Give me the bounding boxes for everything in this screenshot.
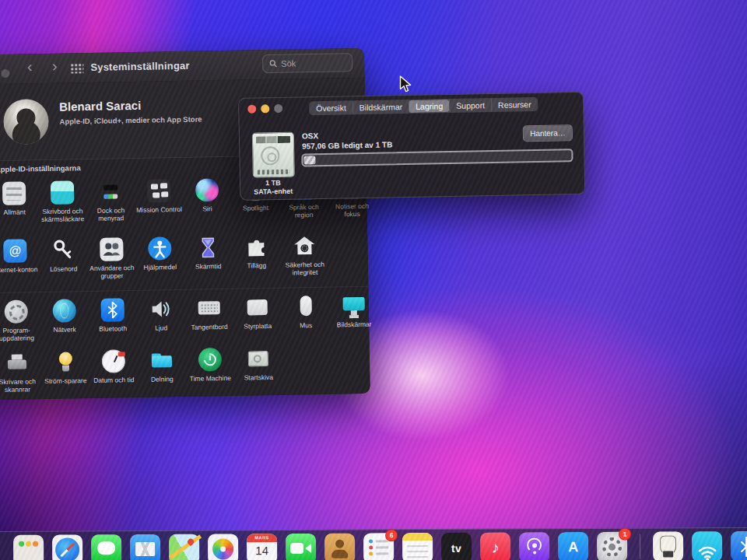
show-all-grid-icon[interactable] xyxy=(70,63,83,73)
pref-item-ljud[interactable]: Ljud xyxy=(136,297,185,340)
pref-item-tangentbord[interactable]: Tangentbord xyxy=(184,296,233,339)
pref-item-hjalpmedel[interactable]: Hjälpmedel xyxy=(135,236,184,279)
printers-scanners-icon xyxy=(5,351,30,375)
pref-item-losenord[interactable]: Lösenord xyxy=(39,238,88,281)
wifi-utility-icon[interactable] xyxy=(692,531,722,560)
software-update-icon xyxy=(5,299,29,324)
pref-item-bluetooth[interactable]: Bluetooth xyxy=(88,298,137,341)
music-icon[interactable]: ♪ xyxy=(480,533,510,560)
pref-item-tillagg[interactable]: Tillägg xyxy=(232,235,281,278)
safari-icon[interactable] xyxy=(52,534,82,560)
pref-label: Hjälpmedel xyxy=(136,263,184,271)
pref-item-mus[interactable]: Mus xyxy=(281,295,330,338)
pref-label: Nätverk xyxy=(40,325,89,334)
mail-icon[interactable] xyxy=(130,534,160,560)
pref-item-allmant[interactable]: Allmänt xyxy=(0,181,39,224)
dock-divider xyxy=(640,534,640,559)
forward-button[interactable]: › xyxy=(47,58,62,75)
pref-item-anvandare[interactable]: Användare och grupper xyxy=(87,237,136,280)
pref-item-skrivare[interactable]: Skrivare och skannrar xyxy=(0,351,42,394)
internet-accounts-icon: @ xyxy=(3,239,27,263)
pref-item-time-machine[interactable]: Time Machine xyxy=(186,348,235,390)
storage-used-segment xyxy=(303,156,315,164)
about-mac-storage-dialog: Översikt Bildskärmar Lagring Support Res… xyxy=(238,92,585,201)
update-notice: Uppdatera Apple-ID-inställningarna xyxy=(0,163,81,174)
hardware-utility-icon[interactable] xyxy=(653,531,683,560)
dock-menubar-icon xyxy=(99,180,123,204)
back-button[interactable]: ‹ xyxy=(22,58,37,75)
notes-icon[interactable] xyxy=(402,533,433,560)
calendar-icon[interactable]: MARS 14 xyxy=(247,534,277,560)
extensions-puzzle-icon xyxy=(244,235,268,259)
apple-tv-icon[interactable]: tv xyxy=(441,533,472,560)
podcasts-icon[interactable] xyxy=(519,532,549,560)
messages-icon[interactable] xyxy=(91,534,121,560)
window-title: Systeminställningar xyxy=(90,60,190,73)
facetime-icon[interactable] xyxy=(286,534,316,560)
tab-oversikt[interactable]: Översikt xyxy=(310,101,352,114)
close-icon[interactable] xyxy=(247,105,256,114)
pref-label: Ljud xyxy=(137,324,185,332)
reminders-icon[interactable]: 6 xyxy=(363,533,394,560)
pref-label: Lösenord xyxy=(40,264,88,273)
pref-label: Dock och menyrad xyxy=(86,206,135,222)
pref-label: Siri xyxy=(183,205,231,213)
contacts-icon[interactable] xyxy=(324,534,355,560)
pref-item-skarmtid[interactable]: Skärmtid xyxy=(184,236,233,278)
pref-item-startskiva[interactable]: Startskiva xyxy=(234,347,283,390)
pref-label: Skrivare och skannrar xyxy=(0,377,42,394)
search-input[interactable]: Sök xyxy=(262,53,352,73)
bluetooth-utility-icon[interactable] xyxy=(731,531,747,560)
pref-item-skrivbord[interactable]: Skrivbord och skärmsläckare xyxy=(38,180,87,223)
photos-icon[interactable] xyxy=(208,534,238,560)
pref-item-natverk[interactable]: Nätverk xyxy=(40,299,89,341)
pref-item-programuppdatering[interactable]: Program-uppdatering xyxy=(0,299,40,342)
pref-label: Bluetooth xyxy=(89,324,137,333)
window-controls xyxy=(247,104,282,114)
pref-label: Styrplatta xyxy=(233,322,282,331)
maps-icon[interactable] xyxy=(169,534,199,560)
pref-label: Ström-sparare xyxy=(41,376,89,385)
pref-label: Bildskärmar xyxy=(330,320,378,329)
pref-item-internet-konton[interactable]: @ Internet-konton xyxy=(0,239,40,282)
app-window-icon[interactable] xyxy=(13,535,44,560)
pref-item-styrplatta[interactable]: Styrplatta xyxy=(233,296,282,338)
bluetooth-icon xyxy=(100,298,124,322)
date-time-clock-icon xyxy=(102,349,126,373)
tab-support[interactable]: Support xyxy=(449,99,491,112)
zoom-icon[interactable] xyxy=(274,104,282,113)
general-icon xyxy=(2,181,26,205)
pref-item-bildskarmar[interactable]: Bildskärmar xyxy=(329,294,378,337)
manage-button[interactable]: Hantera… xyxy=(523,124,573,142)
pref-item-sakerhet[interactable]: Säkerhet och integritet xyxy=(280,234,329,277)
pref-item-siri[interactable]: Siri xyxy=(183,178,232,221)
keyboard-icon xyxy=(197,296,221,320)
tab-lagring[interactable]: Lagring xyxy=(409,100,449,113)
free-space-label: 957,06 GB ledigt av 1 TB xyxy=(302,140,392,150)
desktop: { "system_preferences": { "title": "Syst… xyxy=(0,0,747,560)
pref-label: Språk och region xyxy=(279,203,328,219)
dock: MARS 14 6 tv ♪ A 1 xyxy=(0,527,747,560)
minimize-icon[interactable] xyxy=(261,104,269,113)
pref-label: Program-uppdatering xyxy=(0,326,40,342)
hard-drive-icon xyxy=(252,132,295,178)
pref-item-datum-tid[interactable]: Datum och tid xyxy=(89,349,139,392)
divider xyxy=(0,286,368,294)
tab-bildskarmar[interactable]: Bildskärmar xyxy=(352,100,409,114)
pref-item-mission-control[interactable]: Mission Control xyxy=(135,179,184,222)
system-preferences-dock-icon[interactable]: 1 xyxy=(597,532,627,560)
pref-label: Internet-konton xyxy=(0,265,40,274)
tab-resurser[interactable]: Resurser xyxy=(491,98,538,111)
pref-item-delning[interactable]: Delning xyxy=(138,348,187,391)
pref-label: Notiser och fokus xyxy=(328,202,376,219)
startup-disk-icon xyxy=(247,347,271,371)
accessibility-icon xyxy=(148,236,172,261)
pref-item-dock-menyrad[interactable]: Dock och menyrad xyxy=(86,180,135,222)
pref-label: Mission Control xyxy=(135,205,183,214)
app-store-icon[interactable]: A xyxy=(558,532,588,560)
pref-item-stromsparare[interactable]: Ström-sparare xyxy=(41,350,90,393)
traffic-light-icon[interactable] xyxy=(1,69,9,78)
pref-label: Spotlight xyxy=(231,204,279,212)
mission-control-icon xyxy=(147,179,171,203)
pref-label: Tillägg xyxy=(233,261,281,270)
